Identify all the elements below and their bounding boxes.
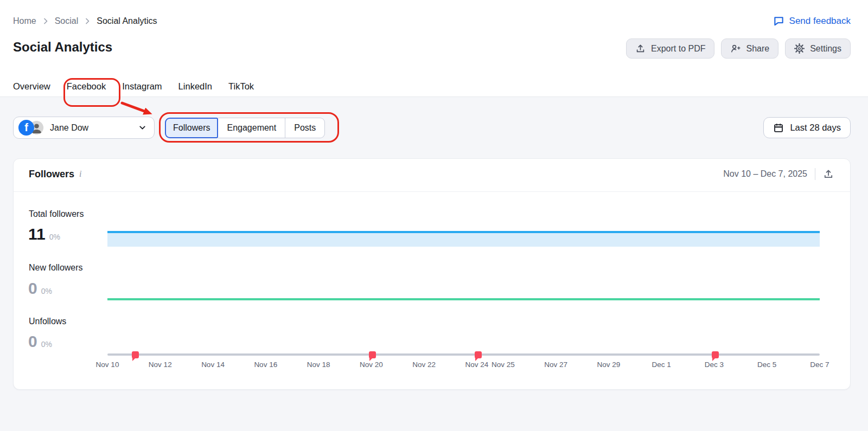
tab-linkedin[interactable]: LinkedIn [178,81,212,98]
x-tick-label: Dec 5 [757,361,776,369]
new-followers-change: 0% [41,287,52,295]
unfollows-change: 0% [41,340,52,349]
x-tick-label: Dec 1 [652,361,671,369]
header-actions: Export to PDF Share Settings [626,38,851,59]
total-followers-label: Total followers [29,209,84,219]
post-marker-flag-icon[interactable] [475,351,482,358]
speech-bubble-icon [773,15,784,27]
export-to-pdf-button[interactable]: Export to PDF [626,38,714,59]
breadcrumb: Home Social Social Analytics [13,16,157,26]
metric-toggle: Followers Engagement Posts [165,118,325,138]
send-feedback-label: Send feedback [789,16,851,27]
x-tick-label: Nov 24 [465,361,488,369]
followers-chart: Nov 10Nov 12Nov 14Nov 16Nov 18Nov 20Nov … [107,159,820,389]
chevron-right-icon [85,18,90,24]
new-followers-label: New followers [29,263,83,273]
x-tick-label: Nov 12 [149,361,172,369]
settings-button[interactable]: Settings [785,38,851,59]
account-name: Jane Dow [50,123,88,133]
account-selector[interactable]: f Jane Dow [13,117,155,139]
card-title: Followers [29,169,74,180]
tab-tiktok[interactable]: TikTok [228,81,254,98]
info-icon[interactable]: i [79,169,81,179]
gear-icon [794,43,805,54]
x-tick-label: Nov 22 [412,361,436,369]
post-marker-flag-icon[interactable] [712,351,719,358]
date-range-filter-button[interactable]: Last 28 days [763,117,851,138]
x-tick-label: Nov 27 [544,361,567,369]
chevron-right-icon [43,18,48,24]
facebook-logo-icon: f [18,120,34,136]
metric-tab-followers[interactable]: Followers [165,118,218,138]
settings-label: Settings [810,44,841,54]
total-followers-value: 11 0% [28,226,60,242]
post-marker-flag-tail [132,358,136,361]
share-label: Share [746,44,769,54]
x-tick-label: Nov 16 [254,361,277,369]
card-export-icon[interactable] [823,169,834,179]
breadcrumb-social[interactable]: Social [55,16,79,26]
export-to-pdf-label: Export to PDF [651,44,705,54]
unfollows-label: Unfollows [29,317,66,326]
x-tick-label: Nov 25 [492,361,515,369]
unfollows-number: 0 [28,333,37,350]
share-person-plus-icon [730,43,741,54]
tab-facebook[interactable]: Facebook [67,81,106,98]
social-analytics-page: Home Social Social Analytics Send feedba… [0,0,868,431]
x-tick-label: Nov 14 [201,361,225,369]
export-pdf-icon [635,43,646,54]
total-followers-change: 0% [49,233,60,241]
x-tick-label: Dec 7 [810,361,829,369]
unfollows-value: 0 0% [28,333,52,350]
x-tick-label: Nov 10 [96,361,119,369]
post-marker-flag-icon[interactable] [369,351,376,358]
x-tick-label: Dec 3 [705,361,724,369]
new-followers-number: 0 [28,280,37,297]
network-tabs: Overview Facebook Instagram LinkedIn Tik… [13,81,254,98]
new-followers-line [107,298,820,300]
tab-overview[interactable]: Overview [13,81,50,98]
total-followers-number: 11 [28,226,46,242]
chevron-down-icon [138,124,146,132]
metric-tab-posts[interactable]: Posts [285,118,325,138]
breadcrumb-home[interactable]: Home [13,16,36,26]
page-title: Social Analytics [13,40,112,55]
calendar-icon [773,123,784,133]
followers-card: Followers i Nov 10 – Dec 7, 2025 Total f… [13,158,851,390]
x-tick-label: Nov 29 [597,361,621,369]
x-tick-label: Nov 18 [307,361,330,369]
tab-instagram[interactable]: Instagram [122,81,162,98]
x-tick-label: Nov 20 [360,361,383,369]
metric-tab-engagement[interactable]: Engagement [218,118,285,138]
total-followers-area-fill [107,233,820,247]
new-followers-value: 0 0% [28,280,52,297]
send-feedback-link[interactable]: Send feedback [773,15,851,27]
date-filter-label: Last 28 days [790,123,841,133]
breadcrumb-current: Social Analytics [97,16,157,26]
share-button[interactable]: Share [721,38,778,59]
post-marker-flag-icon[interactable] [132,351,139,358]
